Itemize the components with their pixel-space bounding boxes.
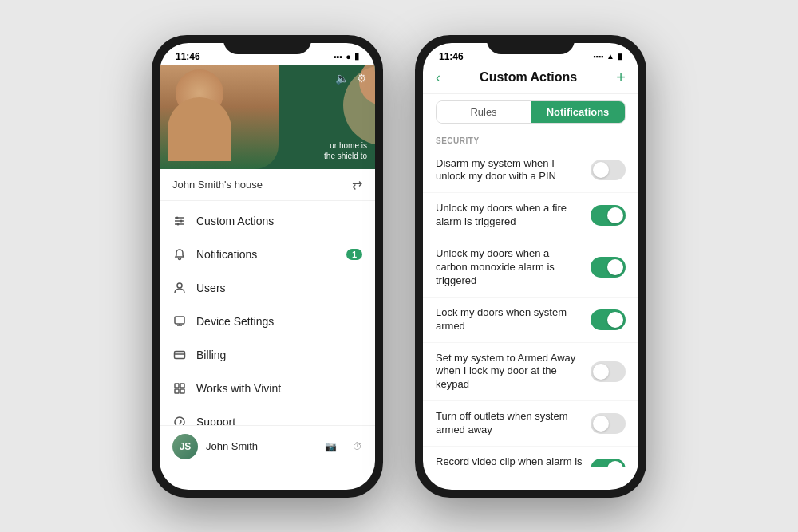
support-icon: [172, 415, 187, 425]
notch-right: [487, 35, 575, 54]
support-label: Support: [196, 416, 362, 425]
toggle-r6[interactable]: [591, 413, 626, 434]
works-with-vivint-label: Works with Vivint: [196, 382, 362, 395]
battery-right-icon: ▮: [618, 52, 622, 61]
sliders-icon: [172, 214, 187, 228]
location-label: John Smith's house: [172, 179, 263, 191]
svg-point-6: [177, 283, 182, 288]
settings-hero-icon[interactable]: ⚙: [357, 72, 367, 85]
sidebar-item-device-settings[interactable]: Device Settings: [160, 305, 375, 338]
user-avatar: JS: [172, 434, 198, 459]
hero-text: ur home is the shield to: [324, 140, 367, 161]
svg-rect-12: [175, 384, 179, 388]
rule-item: Set my system to Armed Away when I lock …: [423, 343, 638, 402]
bell-icon: [172, 247, 187, 262]
left-phone-inner: 11:46 ▪▪▪ ● ▮ 🔈: [160, 43, 375, 490]
volume-icon[interactable]: 🔈: [335, 72, 349, 85]
rule-item: Disarm my system when I unlock my door w…: [423, 148, 638, 194]
tab-bar: Rules Notifications: [436, 100, 626, 124]
rule-item: Unlock my doors when a fire alarm is tri…: [423, 193, 638, 238]
notifications-badge: 1: [346, 249, 362, 260]
rule-text: Record video clip when alarm is triggere…: [436, 455, 583, 467]
users-label: Users: [196, 282, 362, 294]
user-icon: [172, 281, 187, 295]
svg-rect-13: [180, 384, 184, 388]
svg-rect-15: [180, 389, 184, 393]
activity-tab-icon[interactable]: ⏱: [353, 441, 362, 452]
user-name: John Smith: [206, 440, 258, 452]
grid-icon: [172, 381, 187, 396]
sidebar-item-users[interactable]: Users: [160, 271, 375, 305]
tab-rules[interactable]: Rules: [437, 101, 531, 123]
svg-rect-7: [175, 317, 184, 324]
time-right: 11:46: [439, 51, 464, 62]
wifi-right-icon: ▲: [606, 52, 614, 61]
camera-tab-icon[interactable]: 📷: [325, 441, 337, 452]
notch-left: [223, 35, 311, 54]
svg-rect-14: [175, 389, 179, 393]
rule-text: Turn off outlets when system armed away: [436, 410, 583, 437]
toggle-r7[interactable]: [591, 459, 626, 467]
signal-icon: ▪▪▪: [334, 52, 343, 61]
svg-point-17: [180, 424, 180, 425]
left-phone: 11:46 ▪▪▪ ● ▮ 🔈: [152, 35, 383, 498]
toggle-r1[interactable]: [591, 160, 626, 180]
svg-point-3: [180, 219, 183, 222]
svg-rect-10: [175, 351, 185, 358]
rule-item: Turn off outlets when system armed away: [423, 401, 638, 447]
rule-text: Disarm my system when I unlock my door w…: [436, 157, 583, 184]
sidebar-item-works-with-vivint[interactable]: Works with Vivint: [160, 372, 375, 405]
rule-text: Set my system to Armed Away when I lock …: [436, 352, 583, 392]
wifi-icon: ●: [346, 52, 351, 61]
menu-list: Custom Actions Notifications 1: [160, 201, 375, 425]
page-title: Custom Actions: [480, 70, 577, 85]
status-icons-right: ▪▪▪▪ ▲ ▮: [593, 52, 622, 61]
notifications-label: Notifications: [196, 248, 337, 261]
signal-right-icon: ▪▪▪▪: [593, 53, 603, 61]
svg-point-1: [176, 216, 179, 219]
rule-text: Unlock my doors when a carbon monoxide a…: [436, 247, 583, 288]
toggle-r4[interactable]: [591, 309, 626, 330]
nav-bar: ‹ Custom Actions +: [423, 65, 638, 94]
rule-text: Unlock my doors when a fire alarm is tri…: [436, 202, 583, 229]
section-header-security: SECURITY: [423, 130, 638, 148]
toggle-r3[interactable]: [591, 257, 626, 278]
sidebar-item-billing[interactable]: Billing: [160, 338, 375, 372]
toggle-r2[interactable]: [591, 205, 626, 226]
rule-item: Record video clip when alarm is triggere…: [423, 447, 638, 467]
tab-notifications[interactable]: Notifications: [531, 101, 625, 123]
device-settings-icon: [172, 314, 187, 329]
swap-icon[interactable]: ⇄: [352, 177, 362, 192]
rule-item: Lock my doors when system armed: [423, 298, 638, 343]
battery-icon: ▮: [354, 51, 359, 61]
billing-icon: [172, 348, 187, 362]
toggle-r5[interactable]: [591, 361, 626, 382]
menu-footer: JS John Smith 📷 ⏱: [160, 425, 375, 467]
rule-item: Unlock my doors when a carbon monoxide a…: [423, 238, 638, 298]
device-settings-label: Device Settings: [196, 315, 362, 328]
right-phone-inner: 11:46 ▪▪▪▪ ▲ ▮ ‹ Custom Actions + Rules: [423, 43, 638, 490]
back-button[interactable]: ‹: [436, 69, 440, 86]
billing-label: Billing: [196, 349, 362, 361]
status-icons-left: ▪▪▪ ● ▮: [334, 51, 359, 61]
add-button[interactable]: +: [616, 69, 626, 87]
rules-list: SECURITY Disarm my system when I unlock …: [423, 130, 638, 467]
rule-text: Lock my doors when system armed: [436, 306, 583, 333]
menu-header: John Smith's house ⇄: [160, 169, 375, 201]
hero-image: 🔈 ⚙ ur home is the shield to: [160, 65, 375, 169]
sidebar-item-custom-actions[interactable]: Custom Actions: [160, 204, 375, 238]
scene: 11:46 ▪▪▪ ● ▮ 🔈: [0, 0, 798, 532]
time-left: 11:46: [176, 51, 200, 62]
sidebar-item-notifications[interactable]: Notifications 1: [160, 238, 375, 271]
sidebar-item-support[interactable]: Support: [160, 405, 375, 425]
right-phone: 11:46 ▪▪▪▪ ▲ ▮ ‹ Custom Actions + Rules: [415, 35, 646, 498]
hero-top-bar: 🔈 ⚙: [335, 72, 367, 85]
custom-actions-label: Custom Actions: [196, 215, 362, 227]
svg-point-5: [177, 223, 180, 225]
